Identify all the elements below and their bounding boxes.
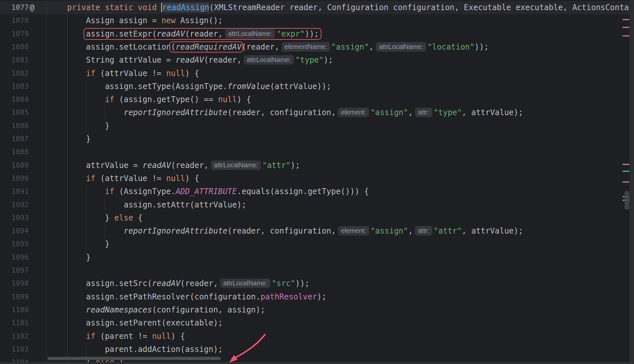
line-number[interactable]: 1089	[0, 159, 29, 172]
code-line[interactable]: }	[48, 251, 91, 264]
code-line[interactable]: if (parent != null) {	[48, 330, 185, 343]
code-token	[157, 3, 161, 12]
horizontal-scrollbar-thumb[interactable]	[48, 357, 221, 360]
code-token: }	[48, 121, 110, 130]
line-number[interactable]: 1097	[0, 264, 29, 277]
line-number[interactable]: 1084	[0, 93, 29, 106]
line-number[interactable]: 1082	[0, 67, 29, 80]
code-token: ADD_ATTRIBUTE	[176, 187, 237, 196]
line-number[interactable]: 1088	[0, 145, 29, 159]
code-line[interactable]: assign.setType(AssignType.fromValue(attr…	[48, 80, 331, 93]
line-number[interactable]: 1080	[0, 40, 29, 53]
inline-parameter-hint[interactable]: attrLocalName:	[244, 55, 294, 65]
error-stripe-track[interactable]	[629, 0, 634, 364]
code-token	[48, 305, 86, 314]
line-number[interactable]: 1079	[0, 27, 29, 40]
code-token	[48, 69, 86, 78]
line-number[interactable]: 1090	[0, 172, 29, 185]
line-number[interactable]: 1103	[0, 343, 29, 356]
code-token: {	[133, 213, 143, 222]
code-line[interactable]: readNamespaces(configuration, assign);	[48, 303, 265, 316]
code-line[interactable]: assign.setParent(executable);	[48, 316, 223, 329]
line-number[interactable]: 1086	[0, 119, 29, 132]
code-line[interactable]: assign.setPathResolver(configuration.pat…	[48, 290, 327, 303]
inline-parameter-hint[interactable]: attrLocalName:	[225, 29, 275, 38]
line-number[interactable]: 1077	[0, 1, 29, 14]
line-number[interactable]: 1085	[0, 106, 29, 119]
stripe-mark-changed[interactable]	[623, 27, 629, 28]
code-token: );	[324, 55, 333, 65]
line-number[interactable]: 1092	[0, 198, 29, 211]
code-line[interactable]: assign.setAttr(attrValue);	[48, 198, 246, 211]
code-token: assign.setLocation	[48, 42, 171, 52]
keyword-token: if	[86, 174, 96, 183]
code-token: (reader,	[204, 55, 242, 65]
inline-parameter-hint[interactable]: attr:	[415, 108, 432, 117]
code-line[interactable]: Assign assign = new Assign();	[48, 14, 223, 27]
line-number[interactable]: 1087	[0, 132, 29, 145]
code-editor[interactable]: 1077@10781079108010811082108310841085108…	[0, 0, 634, 364]
line-number[interactable]: 1093	[0, 211, 29, 224]
line-number[interactable]: 1101	[0, 316, 29, 329]
inline-parameter-hint[interactable]: attrLocalName:	[376, 42, 426, 52]
code-token: assign.setSrc(	[48, 279, 152, 288]
code-token: ));	[305, 29, 319, 38]
line-number[interactable]: 1091	[0, 185, 29, 198]
code-line[interactable]: if (attrValue != null) {	[48, 172, 199, 185]
code-token	[48, 108, 124, 117]
code-token: }	[48, 134, 91, 144]
code-line[interactable]: assign.setLocation(readRequiredAV(reader…	[48, 40, 489, 53]
code-line[interactable]: assign.setExpr(readAV(reader,attrLocalNa…	[48, 27, 319, 40]
code-line[interactable]: parent.addAction(assign);	[48, 343, 223, 356]
code-token: (reader,	[185, 29, 223, 38]
line-number[interactable]: 1099	[0, 290, 29, 303]
line-number[interactable]: 1100	[0, 303, 29, 316]
line-number[interactable]: 1096	[0, 251, 29, 264]
code-line[interactable]: }	[48, 237, 110, 250]
code-token: ) {	[237, 95, 251, 104]
code-line[interactable]: assign.setSrc(readAV(reader,attrLocalNam…	[48, 277, 309, 290]
inline-parameter-hint[interactable]: element:	[338, 108, 369, 117]
stripe-mark-changed[interactable]	[623, 181, 629, 183]
line-number[interactable]: 1094	[0, 224, 29, 237]
vertical-scrollbar-thumb[interactable]	[625, 191, 629, 209]
code-token: (attrValue !=	[96, 69, 166, 78]
inline-parameter-hint[interactable]: element:	[338, 226, 369, 235]
line-number[interactable]: 1102	[0, 330, 29, 343]
code-line[interactable]: if (AssignType.ADD_ATTRIBUTE.equals(assi…	[48, 185, 369, 198]
code-token: readAssign	[162, 3, 209, 12]
stripe-mark-changed[interactable]	[623, 164, 629, 165]
code-line[interactable]: if (assign.getType() == null) {	[48, 93, 251, 106]
code-token: ,	[408, 108, 413, 117]
code-token: (XMLStreamReader reader, Configuration c…	[209, 3, 634, 12]
stripe-mark-changed[interactable]	[623, 35, 629, 37]
inline-parameter-hint[interactable]: attr:	[415, 226, 432, 235]
code-line[interactable]: attrValue = readAV(reader,attrLocalName:…	[48, 159, 300, 172]
line-number[interactable]: 1081	[0, 53, 29, 67]
inline-parameter-hint[interactable]: attrLocalName:	[211, 160, 261, 170]
code-line[interactable]: reportIgnoredAttribute(reader, configura…	[48, 224, 523, 237]
code-line[interactable]: if (attrValue != null) {	[48, 67, 199, 80]
stripe-mark-changed[interactable]	[623, 19, 629, 20]
code-token	[48, 226, 124, 235]
inline-parameter-hint[interactable]: elementName:	[282, 42, 330, 52]
inline-parameter-hint[interactable]: attrLocalName:	[220, 279, 271, 288]
string-token: "assign"	[370, 226, 408, 235]
code-line[interactable]: }	[48, 132, 91, 145]
line-number[interactable]: 1098	[0, 277, 29, 290]
annotation-gutter-icon[interactable]: @	[30, 1, 34, 14]
code-line[interactable]: } else {	[48, 211, 143, 224]
code-line[interactable]: }	[48, 119, 110, 132]
line-number[interactable]: 1095	[0, 237, 29, 250]
code-token: readAV	[152, 279, 180, 288]
code-line[interactable]: String attrValue = readAV(reader,attrLoc…	[48, 53, 333, 67]
code-line[interactable]: private static void readAssign(XMLStream…	[48, 1, 634, 14]
code-token	[48, 332, 86, 341]
code-token: assign.setType(AssignType.	[48, 82, 227, 91]
code-token: String attrValue =	[48, 55, 176, 65]
line-number[interactable]: 1078	[0, 14, 29, 27]
line-number[interactable]: 1083	[0, 80, 29, 93]
code-line[interactable]: reportIgnoredAttribute(reader, configura…	[48, 106, 523, 119]
stripe-mark-added[interactable]	[623, 171, 629, 172]
code-token: readAV	[143, 161, 171, 170]
